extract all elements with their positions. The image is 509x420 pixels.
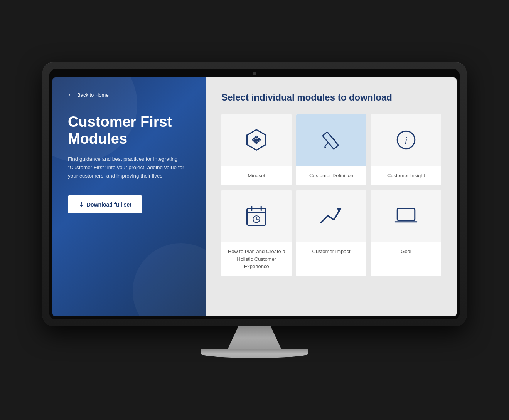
svg-line-5 (325, 143, 329, 146)
module-label-area-customer-impact: Customer Impact (296, 242, 366, 276)
module-card-goal[interactable]: Goal (371, 190, 441, 276)
mindset-icon (243, 126, 270, 153)
module-label-how-to-plan: How to Plan and Create a Holistic Custom… (228, 249, 285, 269)
module-icon-area-how-to-plan (221, 190, 292, 242)
module-card-mindset[interactable]: Mindset (221, 114, 292, 185)
back-link[interactable]: ← Back to Home (68, 91, 190, 98)
left-panel: ← Back to Home Customer First Modules Fi… (52, 77, 206, 316)
page-description: Find guidance and best practices for int… (68, 155, 190, 180)
back-link-label: Back to Home (77, 92, 109, 98)
module-icon-area-goal (371, 190, 441, 242)
module-label-area-goal: Goal (371, 242, 441, 276)
module-label-customer-insight: Customer Insight (387, 173, 425, 178)
module-label-customer-definition: Customer Definition (309, 173, 353, 178)
monitor-stand-base (201, 349, 308, 358)
monitor-bezel: ← Back to Home Customer First Modules Fi… (49, 69, 460, 319)
monitor-body: ← Back to Home Customer First Modules Fi… (42, 62, 467, 326)
svg-text:i: i (405, 135, 407, 146)
module-label-area-customer-definition: Customer Definition (296, 166, 366, 185)
modules-grid: Mindset (221, 114, 441, 276)
info-icon: i (393, 126, 420, 153)
laptop-icon (393, 202, 420, 229)
module-label-area-how-to-plan: How to Plan and Create a Holistic Custom… (221, 242, 292, 276)
right-panel: Select individual modules to download (206, 77, 457, 316)
module-label-area-mindset: Mindset (221, 166, 292, 185)
camera-dot (253, 72, 256, 75)
module-icon-area-mindset (221, 114, 292, 166)
monitor-stand-neck (228, 326, 281, 349)
calendar-icon (243, 202, 270, 229)
module-label-area-customer-insight: Customer Insight (371, 166, 441, 185)
download-icon: ⇣ (79, 201, 84, 208)
section-title: Select individual modules to download (221, 91, 441, 103)
module-card-customer-definition[interactable]: Customer Definition (296, 114, 366, 185)
trending-icon (318, 202, 345, 229)
page-title: Customer First Modules (68, 114, 190, 147)
module-icon-area-customer-impact (296, 190, 366, 242)
module-label-mindset: Mindset (248, 173, 265, 178)
svg-rect-18 (397, 208, 415, 221)
download-full-set-button[interactable]: ⇣ Download full set (68, 195, 142, 213)
module-label-customer-impact: Customer Impact (312, 249, 351, 254)
module-card-how-to-plan[interactable]: How to Plan and Create a Holistic Custom… (221, 190, 292, 276)
pencil-icon (318, 126, 345, 153)
svg-line-7 (328, 133, 335, 140)
svg-marker-6 (324, 146, 327, 148)
module-card-customer-impact[interactable]: Customer Impact (296, 190, 366, 276)
back-arrow-icon: ← (68, 91, 74, 98)
monitor-screen: ← Back to Home Customer First Modules Fi… (52, 77, 457, 316)
monitor-wrapper: ← Back to Home Customer First Modules Fi… (42, 62, 467, 358)
module-icon-area-customer-insight: i (371, 114, 441, 166)
module-icon-area-customer-definition (296, 114, 366, 166)
module-label-goal: Goal (401, 249, 411, 254)
module-card-customer-insight[interactable]: i Customer Insight (371, 114, 441, 185)
download-button-label: Download full set (87, 202, 131, 208)
